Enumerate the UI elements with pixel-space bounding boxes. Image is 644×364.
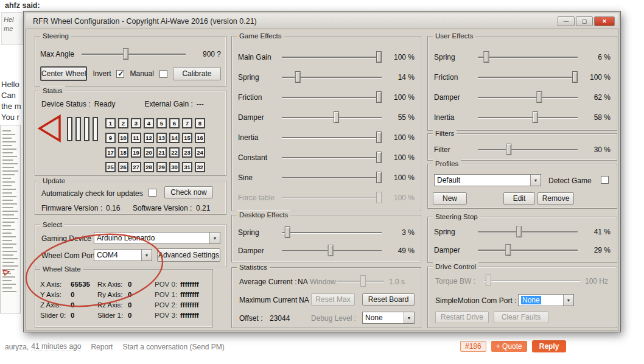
reset-board-button[interactable]: Reset Board [362, 293, 415, 306]
status-button[interactable]: 26 [118, 162, 128, 172]
auto-update-checkbox[interactable] [149, 189, 156, 197]
reply-button[interactable]: Reply [532, 340, 567, 352]
slider-thumb[interactable] [376, 51, 382, 63]
status-button[interactable]: 30 [169, 162, 180, 172]
slider-thumb[interactable] [483, 51, 489, 63]
status-button[interactable]: 10 [118, 133, 128, 143]
status-button[interactable]: 3 [131, 118, 141, 128]
minimize-button[interactable]: — [558, 16, 575, 26]
quote-author[interactable]: ahfz said: [5, 1, 40, 10]
slider-thumb[interactable] [123, 48, 128, 60]
slider-thumb[interactable] [376, 192, 382, 203]
status-button[interactable]: 6 [169, 118, 180, 128]
new-profile-button[interactable]: New [433, 192, 467, 205]
clear-faults-button[interactable]: Clear Faults [494, 311, 548, 323]
slider-thumb[interactable] [572, 71, 578, 83]
max-angle-slider[interactable] [82, 48, 186, 60]
slider-thumb[interactable] [506, 144, 511, 155]
check-now-button[interactable]: Check now [164, 186, 213, 198]
window-slider[interactable] [337, 275, 384, 287]
timestamp-link[interactable]: 41 minutes ago [31, 342, 81, 351]
status-button[interactable]: 7 [182, 118, 192, 128]
remove-profile-button[interactable]: Remove [537, 192, 574, 205]
chevron-down-icon[interactable]: ▼ [563, 295, 573, 306]
slider-thumb[interactable] [376, 131, 382, 143]
status-button[interactable]: 2 [118, 118, 128, 128]
manual-checkbox[interactable] [159, 70, 167, 78]
wheel-com-port-select[interactable]: COM4 ▼ [94, 249, 152, 261]
gaming-device-select[interactable]: Arduino Leonardo ▼ [94, 232, 220, 244]
quote-button[interactable]: + Quote [491, 341, 527, 352]
slider-track[interactable] [478, 244, 578, 256]
slider-thumb[interactable] [486, 275, 491, 286]
conversation-link[interactable]: Start a conversation (Send PM) [122, 343, 224, 351]
slider-track[interactable] [478, 91, 578, 103]
slider-thumb[interactable] [517, 226, 522, 237]
chevron-down-icon[interactable]: ▼ [404, 312, 414, 323]
restart-drive-button[interactable]: Restart Drive [435, 311, 489, 323]
status-button[interactable]: 14 [169, 133, 180, 143]
edit-profile-button[interactable]: Edit [503, 192, 535, 205]
status-button[interactable]: 15 [182, 133, 192, 143]
status-button[interactable]: 1 [105, 118, 116, 128]
report-link[interactable]: Report [91, 343, 113, 351]
slider-thumb[interactable] [376, 172, 382, 183]
slider-track[interactable] [478, 71, 578, 83]
slider-thumb[interactable] [376, 91, 382, 103]
status-button[interactable]: 17 [105, 147, 116, 158]
slider-thumb[interactable] [376, 152, 382, 163]
status-button[interactable]: 25 [105, 162, 116, 172]
author-link[interactable]: auryza, [5, 343, 29, 351]
slider-thumb[interactable] [295, 71, 301, 83]
maximize-button[interactable]: ▢ [576, 16, 593, 26]
attachment-thumbnail[interactable] [0, 125, 21, 313]
slider-thumb[interactable] [360, 275, 366, 287]
title-bar[interactable]: RFR Wheel Configuration - Copyright Ai-W… [26, 13, 618, 29]
slider-thumb[interactable] [505, 244, 511, 256]
calibrate-button[interactable]: Calibrate [173, 67, 221, 80]
status-button[interactable]: 9 [105, 133, 116, 143]
status-button[interactable]: 32 [195, 162, 205, 172]
reset-max-button[interactable]: Reset Max [311, 293, 355, 306]
torque-bw-slider[interactable] [484, 275, 580, 287]
status-button[interactable]: 11 [131, 133, 141, 143]
slider-track[interactable] [282, 226, 382, 239]
status-button[interactable]: 24 [195, 147, 205, 158]
status-button[interactable]: 8 [195, 118, 205, 128]
slider-thumb[interactable] [533, 111, 538, 123]
slider-thumb[interactable] [334, 111, 339, 123]
profile-select[interactable]: Default ▼ [434, 174, 541, 186]
status-button[interactable]: 22 [169, 147, 180, 158]
chevron-down-icon[interactable]: ▼ [209, 233, 220, 243]
chevron-down-icon[interactable]: ▼ [141, 250, 152, 261]
invert-checkbox[interactable] [116, 70, 124, 78]
status-button[interactable]: 27 [131, 162, 141, 172]
post-number-badge[interactable]: #186 [460, 341, 486, 352]
status-button[interactable]: 20 [144, 147, 154, 158]
simplemotion-com-port-select[interactable]: None ▼ [518, 294, 574, 306]
slider-thumb[interactable] [285, 226, 290, 238]
status-button[interactable]: 21 [156, 147, 167, 158]
slider-track[interactable] [478, 51, 578, 63]
status-button[interactable]: 13 [156, 133, 167, 143]
status-button[interactable]: 5 [156, 118, 167, 128]
slider-track[interactable] [478, 111, 578, 124]
slider-track[interactable] [282, 152, 382, 164]
slider-thumb[interactable] [328, 245, 334, 256]
close-button[interactable]: ✕ [594, 16, 615, 26]
slider-track[interactable] [282, 192, 382, 204]
status-button[interactable]: 31 [182, 162, 192, 172]
slider-track[interactable] [478, 226, 578, 238]
debug-level-select[interactable]: None ▼ [362, 312, 415, 324]
status-button[interactable]: 23 [182, 147, 192, 158]
status-button[interactable]: 16 [195, 133, 205, 143]
slider-track[interactable] [282, 172, 382, 184]
status-button[interactable]: 4 [144, 118, 154, 128]
status-button[interactable]: 19 [131, 147, 141, 158]
center-wheel-button[interactable]: Center Wheel [40, 66, 87, 81]
advanced-settings-button[interactable]: Advanced Settings [157, 248, 220, 262]
slider-track[interactable] [282, 71, 382, 83]
status-button[interactable]: 12 [144, 133, 154, 143]
status-button[interactable]: 29 [156, 162, 167, 172]
status-button[interactable]: 18 [118, 147, 128, 158]
